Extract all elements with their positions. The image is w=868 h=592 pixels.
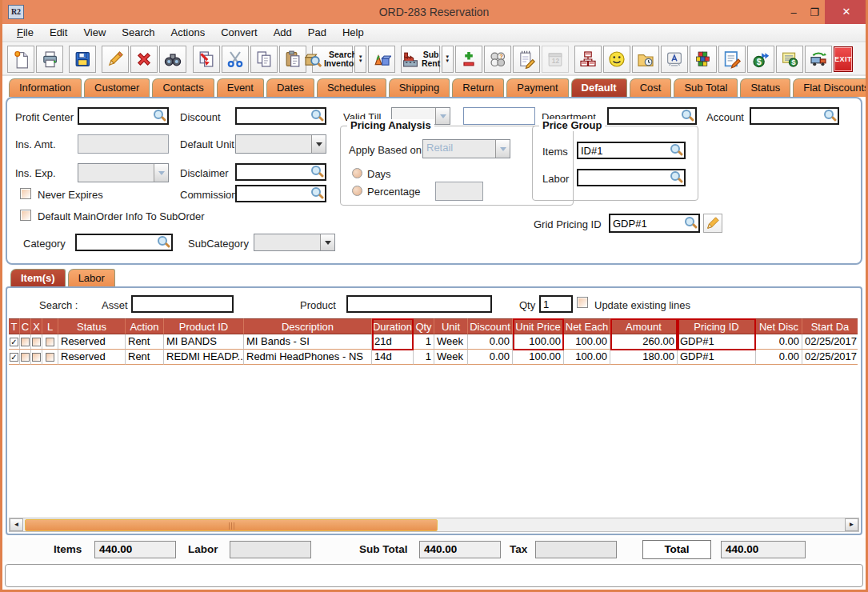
action-cell[interactable]: Rent [126,334,164,350]
tab-items[interactable]: Item(s) [10,269,66,286]
pricing-id-cell[interactable]: GDP#1 [678,334,756,350]
col-header-duration[interactable]: Duration [372,318,414,334]
grid-pricing-edit-button[interactable] [703,214,722,233]
unchecked-checkbox-icon[interactable] [32,353,41,362]
col-header-unit[interactable]: Unit [434,318,468,334]
search-icon[interactable] [682,110,694,122]
col-header-description[interactable]: Description [244,318,372,334]
never-expires-checkbox[interactable] [20,188,31,199]
edit-button[interactable] [102,46,129,73]
tab-default[interactable]: Default [571,78,627,97]
c-checkbox-cell[interactable] [20,334,31,350]
description-cell[interactable]: MI Bands - SI [244,334,372,350]
unchecked-checkbox-icon[interactable] [21,353,30,362]
tab-dates[interactable]: Dates [266,78,314,97]
unit-cell[interactable]: Week [434,334,468,350]
sub-rent-button[interactable]: Sub Rent [401,46,439,73]
menu-add[interactable]: Add [266,24,300,42]
product-search-field[interactable] [346,295,492,313]
horizontal-scrollbar[interactable]: ◄ ► [9,518,859,532]
tab-payment[interactable]: Payment [506,78,568,97]
duration-cell[interactable]: 21d [372,334,414,350]
x-checkbox-cell[interactable] [31,334,42,350]
col-header-l[interactable]: L [42,318,58,334]
amount-cell[interactable]: 180.00 [610,350,678,365]
duration-cell[interactable]: 14d [372,350,414,365]
scroll-left-icon[interactable]: ◄ [10,518,23,531]
exit-button[interactable]: EXIT [834,46,853,72]
menu-convert[interactable]: Convert [213,24,266,42]
start-date-cell[interactable]: 02/25/2017 0 [802,350,858,365]
tab-labor[interactable]: Labor [68,269,115,286]
save-button[interactable] [69,46,96,73]
asset-search-field[interactable] [131,295,234,313]
scrollbar-thumb[interactable] [25,519,438,531]
qty-cell[interactable]: 1 [414,350,434,365]
print-button[interactable] [36,46,63,73]
folder-history-button[interactable] [632,46,659,73]
menu-pad[interactable]: Pad [300,24,334,42]
search-icon[interactable] [670,144,683,157]
org-chart-button[interactable] [574,46,602,73]
tab-cost[interactable]: Cost [630,78,672,97]
add-remove-button[interactable] [455,46,482,73]
menu-file[interactable]: File [9,24,42,42]
tab-return[interactable]: Return [452,78,504,97]
status-cell[interactable]: Reserved [58,334,126,350]
discount-cell[interactable]: 0.00 [468,334,513,350]
checked-checkbox-icon[interactable]: ✓ [10,353,18,362]
subcategory-dropdown[interactable] [254,234,335,251]
search-icon[interactable] [685,217,698,230]
price-group-labor-field[interactable] [577,169,686,186]
col-header-start-date[interactable]: Start Da [802,318,858,334]
unchecked-checkbox-icon[interactable] [32,338,41,346]
search-inventory-button[interactable]: Search Inventory [312,46,353,73]
t-checkbox-cell[interactable]: ✓ [9,334,20,350]
menu-view[interactable]: View [75,24,114,42]
commission-field[interactable] [235,185,326,202]
account-field[interactable] [750,107,839,125]
tab-flat-discounts[interactable]: Flat Discounts [793,78,868,97]
tab-status[interactable]: Status [740,78,790,97]
money-note-button[interactable]: $ [776,46,803,73]
tab-sub-total[interactable]: Sub Total [674,78,738,97]
col-header-net-disc[interactable]: Net Disc [756,318,802,334]
net-disc-cell[interactable]: 0.00 [756,350,802,365]
discount-cell[interactable]: 0.00 [468,350,513,365]
amount-cell[interactable]: 260.00 [610,334,678,350]
l-checkbox-cell[interactable] [42,334,58,350]
discount-field[interactable] [235,107,326,125]
unit-price-cell[interactable]: 100.00 [513,334,564,350]
t-checkbox-cell[interactable]: ✓ [9,350,20,365]
action-cell[interactable]: Rent [126,350,164,365]
profit-center-field[interactable] [78,107,169,125]
tab-event[interactable]: Event [217,78,264,97]
default-mainorder-checkbox[interactable] [20,210,31,221]
inventory-stack-button[interactable] [690,46,717,73]
tab-information[interactable]: Information [9,78,82,97]
disclaimer-field[interactable] [235,163,326,181]
checked-checkbox-icon[interactable]: ✓ [10,338,18,346]
percentage-radio[interactable] [352,186,362,196]
title-bar[interactable]: R2 ORD-283 Reservation – ❐ ✕ [0,0,868,24]
unit-cell[interactable]: Week [434,350,468,365]
unchecked-checkbox-icon[interactable] [46,338,54,346]
net-each-cell[interactable]: 100.00 [564,334,610,350]
search-icon[interactable] [158,236,170,249]
tab-schedules[interactable]: Schedules [317,78,386,97]
search-icon[interactable] [154,110,166,122]
status-cell[interactable]: Reserved [58,350,126,365]
col-header-action[interactable]: Action [126,318,164,334]
department-field[interactable] [607,107,697,125]
paste-button[interactable] [279,46,306,73]
notepad-edit-button[interactable] [513,46,540,73]
find-button[interactable] [159,46,186,73]
unit-price-cell[interactable]: 100.00 [513,350,564,365]
col-header-product-id[interactable]: Product ID [164,318,244,334]
start-date-cell[interactable]: 02/25/2017 0 [802,334,858,350]
menu-edit[interactable]: Edit [42,24,75,42]
chevron-down-icon[interactable] [435,108,450,124]
qty-cell[interactable]: 1 [414,334,434,350]
col-header-qty[interactable]: Qty [414,318,434,334]
category-field[interactable] [75,234,173,251]
